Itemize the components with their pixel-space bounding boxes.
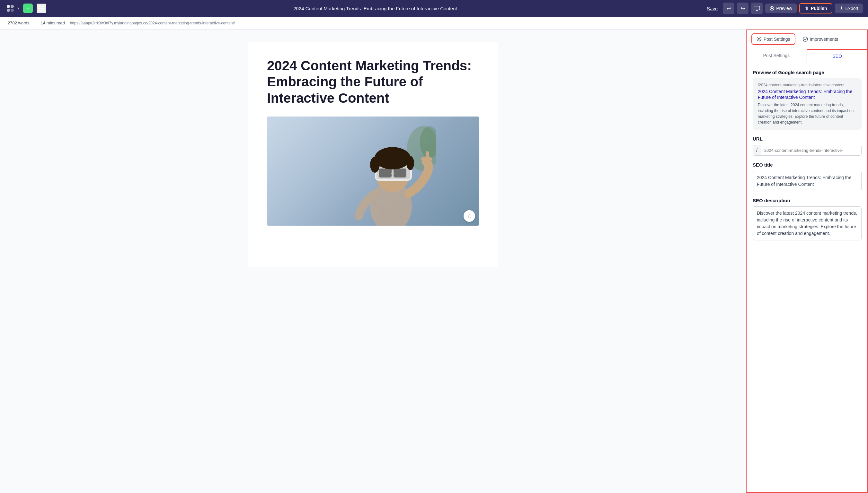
word-count: 2702 words: [8, 21, 29, 25]
svg-rect-21: [394, 169, 406, 177]
seo-desc-box[interactable]: Discover the latest 2024 content marketi…: [753, 207, 862, 240]
svg-point-24: [370, 157, 380, 173]
sidebar-sub-tabs: Post Settings SEO: [746, 49, 868, 63]
separator-1: |: [34, 21, 35, 25]
topbar-actions: Save ↩ ↪ Preview Publish Export: [704, 3, 863, 14]
url-input[interactable]: [761, 145, 861, 155]
undo-button[interactable]: ↩: [723, 3, 735, 14]
right-sidebar: Post Settings Improvements Post Settings…: [746, 29, 868, 493]
sidebar-content: Preview of Google search page /2024-cont…: [746, 63, 868, 247]
url-prefix: /: [753, 145, 761, 155]
tab-improvements-top[interactable]: Improvements: [798, 34, 843, 45]
svg-marker-11: [771, 7, 773, 9]
google-preview-label: Preview of Google search page: [753, 70, 862, 75]
svg-rect-4: [39, 6, 44, 7]
svg-rect-6: [39, 10, 44, 10]
post-url-link[interactable]: https://aaapa2rrk3w3nf7y.mylandingpages.…: [70, 21, 235, 25]
svg-point-2: [7, 9, 10, 12]
preview-description: Discover the latest 2024 content marketi…: [758, 102, 856, 125]
svg-rect-22: [391, 173, 394, 174]
article-image: ☆: [267, 116, 479, 226]
url-section: URL /: [753, 136, 862, 156]
seo-title-box[interactable]: 2024 Content Marketing Trends: Embracing…: [753, 171, 862, 191]
preview-title: 2024 Content Marketing Trends: Embracing…: [758, 89, 856, 100]
vr-person-illustration: [346, 123, 436, 226]
svg-rect-20: [379, 169, 392, 177]
main-layout: 2024 Content Marketing Trends: Embracing…: [0, 29, 868, 493]
google-preview-section: Preview of Google search page /2024-cont…: [753, 70, 862, 130]
url-field: /: [753, 145, 862, 156]
svg-point-3: [11, 9, 14, 12]
favorite-button[interactable]: ☆: [463, 210, 475, 222]
svg-rect-5: [39, 8, 44, 9]
desktop-view-button[interactable]: [751, 3, 763, 14]
svg-point-29: [428, 157, 432, 160]
save-button[interactable]: Save: [704, 4, 720, 13]
add-button[interactable]: +: [23, 3, 33, 13]
url-label: URL: [753, 136, 862, 142]
sub-tab-seo[interactable]: SEO: [807, 49, 868, 63]
svg-rect-8: [756, 10, 758, 10]
topbar: ▾ + 2024 Content Marketing Trends: Embra…: [0, 0, 868, 17]
svg-point-30: [758, 38, 760, 40]
subheader: 2702 words | 14 mins read https://aaapa2…: [0, 17, 868, 29]
logo-chevron-icon: ▾: [17, 6, 19, 10]
menu-button[interactable]: [37, 3, 46, 13]
svg-point-25: [406, 156, 414, 170]
svg-point-23: [375, 147, 411, 169]
tab-post-settings-top[interactable]: Post Settings: [751, 34, 795, 45]
article-title[interactable]: 2024 Content Marketing Trends: Embracing…: [267, 58, 479, 106]
svg-rect-7: [754, 6, 760, 10]
redo-button[interactable]: ↪: [737, 3, 748, 14]
read-time: 14 mins read: [41, 21, 65, 25]
export-button[interactable]: Export: [835, 3, 863, 13]
editor-content: 2024 Content Marketing Trends: Embracing…: [248, 42, 498, 267]
publish-button[interactable]: Publish: [799, 3, 832, 14]
preview-url: /2024-content-marketing-trends-interacti…: [758, 83, 856, 87]
seo-title-label: SEO title: [753, 162, 862, 168]
google-preview-box: /2024-content-marketing-trends-interacti…: [753, 78, 862, 130]
svg-point-28: [421, 157, 425, 160]
svg-point-1: [11, 5, 14, 8]
svg-rect-27: [426, 151, 429, 162]
seo-title-section: SEO title 2024 Content Marketing Trends:…: [753, 162, 862, 191]
page-title: 2024 Content Marketing Trends: Embracing…: [50, 6, 700, 11]
seo-desc-section: SEO description Discover the latest 2024…: [753, 198, 862, 240]
editor-area[interactable]: 2024 Content Marketing Trends: Embracing…: [0, 29, 746, 493]
sidebar-top-tabs: Post Settings Improvements: [746, 29, 868, 49]
preview-button[interactable]: Preview: [765, 3, 797, 13]
sub-tab-post-settings[interactable]: Post Settings: [746, 49, 807, 63]
logo-icon[interactable]: [5, 3, 16, 14]
svg-point-0: [7, 5, 10, 8]
logo-area: ▾: [5, 3, 19, 14]
seo-desc-label: SEO description: [753, 198, 862, 203]
